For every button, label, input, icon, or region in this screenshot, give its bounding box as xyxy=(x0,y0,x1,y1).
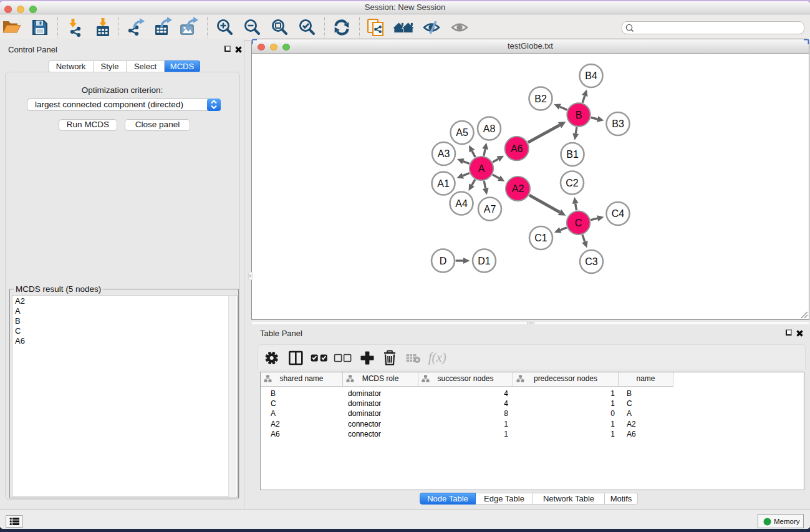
svg-text:B2: B2 xyxy=(534,94,547,104)
svg-text:A3: A3 xyxy=(438,148,450,159)
svg-text:A2: A2 xyxy=(512,183,524,194)
svg-text:D: D xyxy=(440,256,447,266)
svg-text:C2: C2 xyxy=(566,178,579,188)
svg-text:C4: C4 xyxy=(612,208,625,219)
svg-text:f(x): f(x) xyxy=(428,350,446,365)
svg-text:B3: B3 xyxy=(612,118,624,129)
svg-text:C: C xyxy=(575,218,582,228)
svg-text:C3: C3 xyxy=(585,256,598,267)
svg-text:A4: A4 xyxy=(455,198,468,209)
svg-text:C1: C1 xyxy=(534,233,547,243)
svg-text:A: A xyxy=(478,163,485,174)
svg-text:A8: A8 xyxy=(483,123,496,134)
svg-text:D1: D1 xyxy=(478,256,491,266)
svg-text:A5: A5 xyxy=(456,127,468,138)
svg-text:A7: A7 xyxy=(484,204,496,215)
svg-text:B: B xyxy=(576,110,582,120)
svg-text:B1: B1 xyxy=(566,149,579,160)
svg-text:A6: A6 xyxy=(511,143,523,154)
svg-text:B4: B4 xyxy=(585,70,597,81)
svg-text:A1: A1 xyxy=(437,178,450,189)
